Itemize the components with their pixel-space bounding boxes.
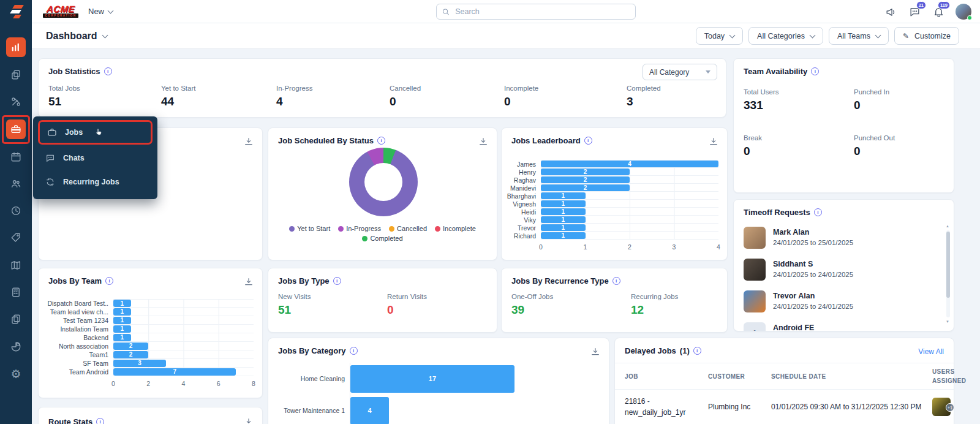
sidebar-item-settings[interactable]: ⚙: [6, 364, 26, 384]
axis-tick: 6: [217, 380, 221, 387]
new-menu[interactable]: New: [88, 7, 113, 16]
page-title[interactable]: Dashboard: [46, 31, 107, 42]
stat-cancelled: Cancelled0: [390, 85, 504, 108]
info-icon[interactable]: i: [584, 137, 592, 145]
legend-item: Completed: [362, 235, 402, 242]
info-icon[interactable]: i: [612, 277, 620, 285]
panel-title: Jobs By Team: [48, 276, 102, 286]
status-donut-chart: [349, 148, 418, 216]
info-icon[interactable]: i: [377, 137, 385, 145]
axis-tick: 4: [717, 243, 720, 251]
app-logo-icon[interactable]: [0, 0, 32, 23]
categories-filter-button[interactable]: All Categories: [748, 27, 823, 45]
jobs-by-category-chart: Home Cleaning17Tower Maintenance 14: [268, 363, 592, 424]
download-icon[interactable]: [244, 417, 254, 424]
timeoff-requests-panel: Timeoff Requestsi Mark Alan24/01/2025 to…: [733, 199, 954, 331]
stat-punched-out: Punched Out0: [854, 134, 944, 158]
download-icon[interactable]: [244, 137, 254, 146]
bar: 17: [350, 365, 514, 393]
scroll-down-icon[interactable]: ▼: [946, 320, 949, 324]
timeoff-request-row[interactable]: AAndroid FE: [744, 322, 940, 331]
table-row[interactable]: 21816 - new_daily_job_1yrPlumbing Inc01/…: [615, 390, 954, 424]
scroll-up-icon[interactable]: ▲: [946, 224, 949, 228]
chat-icon: [45, 153, 55, 163]
info-icon[interactable]: i: [104, 67, 112, 75]
download-icon[interactable]: [709, 137, 718, 146]
sidebar-item-map[interactable]: [6, 256, 26, 275]
bar-row: North association2: [39, 342, 254, 350]
chat-badge: 21: [916, 1, 926, 9]
gear-icon: ⚙: [10, 368, 21, 380]
sidebar-item-tools[interactable]: [6, 92, 26, 112]
team-availability-panel: Team Availabilityi Total Users331Punched…: [733, 58, 954, 193]
date-filter-button[interactable]: Today: [696, 27, 743, 45]
axis-tick: 3: [673, 243, 676, 251]
avatar: [744, 290, 766, 312]
bar: 4: [541, 161, 718, 167]
teams-filter-button[interactable]: All Teams: [829, 27, 889, 45]
user-avatar[interactable]: [956, 4, 971, 20]
customize-button[interactable]: ✎Customize: [894, 27, 959, 45]
stat-recurring-jobs: Recurring Jobs12: [631, 293, 717, 317]
chevron-down-icon: [875, 32, 881, 38]
bar-row: Manidevi2: [502, 184, 718, 192]
sidebar-item-dashboard[interactable]: [6, 37, 26, 57]
panel-title: Jobs Leaderboard: [511, 136, 581, 145]
bar: 2: [541, 168, 630, 175]
sidebar-item-users[interactable]: [6, 174, 26, 194]
view-all-link[interactable]: View All: [918, 347, 944, 356]
bar: 1: [113, 308, 131, 316]
legend-item: Incomplete: [435, 225, 476, 232]
flyout-item-chats[interactable]: Chats: [38, 148, 153, 168]
sidebar-item-documents[interactable]: [6, 309, 26, 329]
company-logo[interactable]: ACME CORPORATION: [43, 5, 78, 18]
page-bar: Dashboard Today All Categories All Teams…: [32, 23, 980, 49]
timeoff-request-row[interactable]: Trevor Alan24/01/2025 to 24/01/2025: [744, 290, 940, 312]
sidebar-item-invoices[interactable]: [6, 282, 26, 302]
scrollbar[interactable]: ▲ ▼: [945, 224, 951, 324]
sidebar-item-reports[interactable]: [6, 337, 26, 357]
axis-tick: 8: [252, 380, 255, 387]
search-box[interactable]: [436, 4, 636, 20]
chat-icon[interactable]: 21: [908, 5, 921, 18]
delayed-jobs-panel: Delayed Jobs (1) i View All JOBCUSTOMERS…: [614, 338, 954, 424]
notifications-icon[interactable]: 119: [932, 5, 945, 18]
stat-in-progress: In-Progress4: [276, 85, 390, 108]
sidebar-item-tags[interactable]: [6, 228, 26, 248]
online-status-dot: [967, 15, 972, 20]
bar-row: Henry2: [502, 168, 718, 176]
bar: 1: [113, 300, 131, 307]
search-input[interactable]: [454, 7, 630, 17]
bar-row: Test Team 12341: [39, 316, 254, 325]
axis-tick: 2: [628, 243, 631, 251]
download-icon[interactable]: [590, 347, 600, 357]
info-icon[interactable]: i: [350, 347, 358, 355]
scrollbar-thumb[interactable]: [946, 232, 950, 298]
timeoff-request-row[interactable]: Mark Alan24/01/2025 to 25/01/2025: [744, 227, 940, 249]
sidebar-item-quotes[interactable]: [6, 65, 26, 85]
flyout-item-recurring-jobs[interactable]: Recurring Jobs: [38, 172, 153, 192]
legend-item: Yet to Start: [289, 225, 330, 232]
announcements-icon[interactable]: [884, 5, 897, 18]
info-icon[interactable]: i: [811, 67, 819, 75]
flyout-item-jobs[interactable]: Jobs: [40, 122, 151, 143]
category-select[interactable]: All Category: [643, 64, 717, 80]
info-icon[interactable]: i: [96, 418, 104, 424]
info-icon[interactable]: i: [814, 208, 822, 216]
jobs-by-recurrence-panel: Jobs By Recurrence Typei One-Off Jobs39R…: [501, 268, 728, 333]
info-icon[interactable]: i: [105, 277, 113, 285]
column-header: USERS ASSIGNED: [932, 367, 966, 385]
info-icon[interactable]: i: [693, 347, 701, 355]
download-icon[interactable]: [244, 277, 254, 287]
bar-row: Backend1: [39, 333, 254, 342]
download-icon[interactable]: [478, 137, 488, 146]
info-icon[interactable]: i: [333, 277, 341, 285]
sidebar: ⚙: [0, 0, 32, 424]
panel-title: Jobs By Category: [278, 346, 346, 355]
timeoff-request-row[interactable]: Siddhant S24/01/2025 to 24/01/2025: [744, 259, 940, 281]
bar: 2: [113, 343, 148, 350]
chevron-down-icon: [729, 32, 736, 38]
sidebar-item-calendar[interactable]: [6, 147, 26, 167]
bar-row: Vignesh1: [502, 200, 718, 208]
sidebar-item-timesheets[interactable]: [6, 201, 26, 221]
